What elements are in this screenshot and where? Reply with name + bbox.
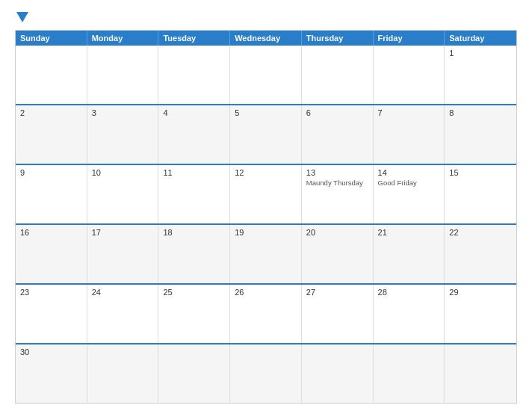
- header-saturday: Saturday: [445, 31, 516, 46]
- day-number: 28: [378, 288, 440, 297]
- day-cell: [374, 344, 445, 403]
- header-friday: Friday: [374, 31, 445, 46]
- day-cell: 28: [374, 285, 445, 343]
- day-number: 10: [92, 168, 154, 177]
- day-cell: [87, 46, 159, 104]
- header-tuesday: Tuesday: [158, 31, 230, 46]
- day-number: 30: [20, 347, 82, 356]
- day-cell: 21: [374, 225, 445, 283]
- day-number: 17: [92, 228, 154, 237]
- day-cell: [158, 344, 230, 403]
- day-cell: 2: [16, 105, 87, 164]
- day-number: 29: [449, 288, 512, 297]
- day-cell: 3: [87, 105, 159, 164]
- day-cell: 13Maundy Thursday: [302, 165, 374, 223]
- day-cell: 20: [302, 225, 374, 283]
- header-wednesday: Wednesday: [230, 31, 302, 46]
- day-headers-row: Sunday Monday Tuesday Wednesday Thursday…: [16, 31, 516, 46]
- day-number: 8: [449, 108, 512, 117]
- day-event: Maundy Thursday: [306, 179, 368, 187]
- day-cell: 25: [158, 285, 230, 343]
- day-cell: [16, 46, 87, 104]
- week-row-1: 1: [16, 46, 516, 104]
- day-cell: [374, 46, 445, 104]
- weeks-container: 12345678910111213Maundy Thursday14Good F…: [16, 46, 516, 403]
- header-thursday: Thursday: [302, 31, 374, 46]
- day-cell: 9: [16, 165, 87, 223]
- day-cell: 11: [158, 165, 230, 223]
- day-number: 5: [235, 108, 297, 117]
- day-cell: 14Good Friday: [374, 165, 445, 223]
- day-cell: 23: [16, 285, 87, 343]
- day-cell: [302, 344, 374, 403]
- day-cell: 24: [87, 285, 159, 343]
- day-number: 21: [378, 228, 440, 237]
- day-number: 19: [235, 228, 297, 237]
- day-number: 15: [449, 168, 512, 177]
- day-cell: 17: [87, 225, 159, 283]
- day-cell: 16: [16, 225, 87, 283]
- day-cell: 12: [230, 165, 302, 223]
- day-cell: 15: [445, 165, 516, 223]
- day-cell: 26: [230, 285, 302, 343]
- day-number: 20: [306, 228, 368, 237]
- week-row-5: 23242526272829: [16, 283, 516, 343]
- day-cell: 19: [230, 225, 302, 283]
- week-row-4: 16171819202122: [16, 223, 516, 283]
- page: Sunday Monday Tuesday Wednesday Thursday…: [0, 0, 532, 411]
- day-cell: [302, 46, 374, 104]
- day-number: 16: [20, 228, 82, 237]
- day-number: 6: [306, 108, 368, 117]
- day-cell: [87, 344, 159, 403]
- day-cell: [445, 344, 516, 403]
- logo: [15, 13, 28, 22]
- day-number: 27: [306, 288, 368, 297]
- week-row-3: 910111213Maundy Thursday14Good Friday15: [16, 164, 516, 223]
- day-cell: 30: [16, 344, 87, 403]
- day-cell: [230, 344, 302, 403]
- day-number: 9: [20, 168, 82, 177]
- day-number: 12: [235, 168, 297, 177]
- day-cell: 8: [445, 105, 516, 164]
- header: [15, 13, 517, 22]
- day-number: 24: [92, 288, 154, 297]
- logo-flag-icon: [16, 12, 28, 22]
- calendar: Sunday Monday Tuesday Wednesday Thursday…: [15, 30, 517, 404]
- day-cell: 22: [445, 225, 516, 283]
- day-cell: 4: [158, 105, 230, 164]
- day-number: 25: [163, 288, 225, 297]
- day-number: 14: [378, 168, 440, 177]
- day-number: 13: [306, 168, 368, 177]
- day-cell: 6: [302, 105, 374, 164]
- day-number: 3: [92, 108, 154, 117]
- week-row-6: 30: [16, 343, 516, 403]
- day-number: 1: [449, 49, 512, 58]
- header-sunday: Sunday: [16, 31, 87, 46]
- day-number: 4: [163, 108, 225, 117]
- day-cell: 1: [445, 46, 516, 104]
- day-event: Good Friday: [378, 179, 440, 187]
- day-cell: 18: [158, 225, 230, 283]
- day-cell: [230, 46, 302, 104]
- day-cell: 10: [87, 165, 159, 223]
- day-cell: 29: [445, 285, 516, 343]
- day-number: 22: [449, 228, 512, 237]
- day-number: 7: [378, 108, 440, 117]
- day-cell: 27: [302, 285, 374, 343]
- day-cell: [158, 46, 230, 104]
- day-cell: 7: [374, 105, 445, 164]
- day-number: 23: [20, 288, 82, 297]
- day-number: 11: [163, 168, 225, 177]
- svg-marker-0: [16, 12, 28, 22]
- day-number: 2: [20, 108, 82, 117]
- day-number: 26: [235, 288, 297, 297]
- day-cell: 5: [230, 105, 302, 164]
- header-monday: Monday: [87, 31, 159, 46]
- week-row-2: 2345678: [16, 104, 516, 164]
- day-number: 18: [163, 228, 225, 237]
